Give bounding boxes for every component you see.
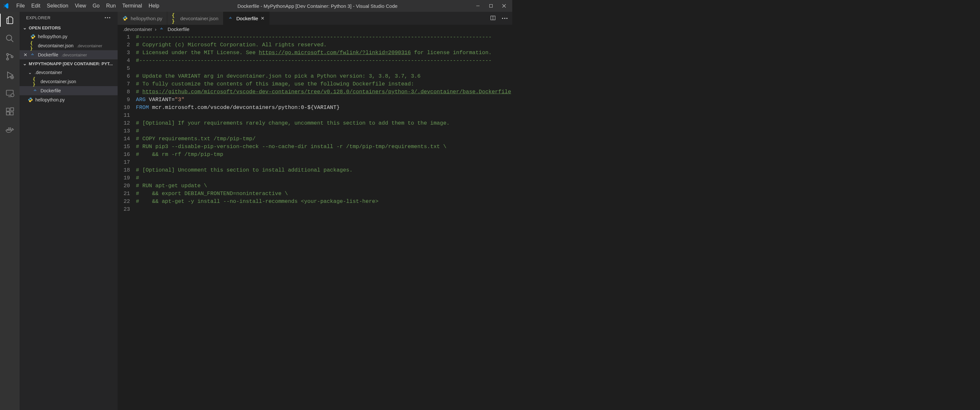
extensions-icon[interactable] [5, 106, 15, 117]
code-line [136, 158, 512, 166]
svg-point-4 [6, 35, 12, 40]
code-line: # Licensed under the MIT License. See ht… [136, 49, 512, 57]
breadcrumb-segment[interactable]: .devcontainer [123, 27, 152, 32]
line-number: 19 [118, 174, 130, 182]
line-number: 4 [118, 57, 130, 65]
folder-tree: ⌄.devcontainer{ }devcontainer.jsonDocker… [20, 68, 118, 104]
line-number: 20 [118, 182, 130, 190]
menu-go[interactable]: Go [89, 2, 103, 10]
line-number: 15 [118, 143, 130, 151]
close-icon[interactable]: ✕ [23, 52, 28, 57]
main-layout: EXPLORER ••• ⌄ OPEN EDITORS hellopython.… [0, 12, 512, 410]
breadcrumb-segment[interactable]: Dockerfile [167, 27, 189, 32]
activity-bar [0, 12, 20, 410]
svg-rect-41 [162, 29, 163, 29]
docker-file-icon [159, 27, 165, 32]
menu-selection[interactable]: Selection [43, 2, 72, 10]
open-editor-item[interactable]: { }devcontainer.json.devcontainer [20, 41, 118, 50]
tab-hellopython-py[interactable]: hellopython.py [118, 12, 167, 25]
svg-rect-23 [8, 128, 10, 129]
code-line [136, 112, 512, 119]
open-editors-header[interactable]: ⌄ OPEN EDITORS [20, 24, 118, 32]
menu-run[interactable]: Run [103, 2, 119, 10]
tab-devcontainer-json[interactable]: { }devcontainer.json [167, 12, 223, 25]
file-hint: .devcontainer [61, 52, 87, 57]
tree-item[interactable]: Dockerfile [20, 86, 118, 95]
folder-header[interactable]: ⌄ MYPYTHONAPP [DEV CONTAINER: PYT... [20, 59, 118, 68]
svg-rect-34 [230, 18, 231, 19]
menu-help[interactable]: Help [145, 2, 163, 10]
source-control-icon[interactable] [5, 52, 15, 62]
code-line: #---------------------------------------… [136, 33, 512, 41]
svg-rect-42 [161, 28, 162, 28]
json-file-icon: { } [33, 76, 38, 87]
line-number: 17 [118, 158, 130, 166]
chevron-down-icon: ⌄ [22, 25, 27, 30]
vscode-logo-icon [3, 3, 9, 9]
breadcrumb[interactable]: .devcontainer › Dockerfile [118, 25, 512, 33]
svg-rect-30 [35, 90, 35, 91]
tab-bar: hellopython.py { }devcontainer.json Dock… [118, 12, 512, 25]
close-icon[interactable]: ✕ [261, 16, 265, 21]
open-editor-item[interactable]: hellopython.py [20, 32, 118, 41]
code-line: # https://github.com/microsoft/vscode-de… [136, 88, 512, 96]
python-file-icon [122, 16, 128, 21]
code-line [136, 65, 512, 73]
menu-view[interactable]: View [72, 2, 89, 10]
code-line: #---------------------------------------… [136, 57, 512, 65]
line-number: 21 [118, 190, 130, 198]
sidebar-title: EXPLORER ••• [20, 12, 118, 24]
svg-rect-29 [34, 90, 35, 91]
code-content[interactable]: #---------------------------------------… [136, 33, 512, 410]
run-debug-icon[interactable] [5, 70, 15, 80]
line-number: 10 [118, 104, 130, 112]
chevron-down-icon: ⌄ [27, 70, 33, 75]
editor-body[interactable]: 1234567891011121314151617181920212223 #-… [118, 33, 512, 410]
open-editor-item[interactable]: ✕Dockerfile.devcontainer [20, 50, 118, 59]
tree-item[interactable]: ⌄.devcontainer [20, 68, 118, 77]
svg-rect-39 [161, 29, 161, 29]
search-icon[interactable] [5, 33, 15, 44]
line-number: 6 [118, 73, 130, 80]
code-line: # RUN pip3 --disable-pip-version-check -… [136, 143, 512, 151]
editor-actions: ••• [486, 12, 512, 25]
code-line: # RUN apt-get update \ [136, 182, 512, 190]
code-line: ARG VARIANT="3" [136, 96, 512, 104]
minimize-button[interactable] [474, 2, 482, 9]
menu-terminal[interactable]: Terminal [119, 2, 145, 10]
line-number: 2 [118, 41, 130, 49]
more-actions-icon[interactable]: ••• [502, 16, 508, 21]
code-line: # && rm -rf /tmp/pip-tmp [136, 151, 512, 158]
svg-rect-16 [6, 108, 10, 111]
file-name: devcontainer.json [40, 79, 76, 84]
more-icon[interactable]: ••• [105, 15, 111, 20]
menu-file[interactable]: File [13, 2, 28, 10]
svg-point-15 [11, 93, 14, 97]
line-number: 7 [118, 80, 130, 88]
code-line: # [Optional] Uncomment this section to i… [136, 166, 512, 174]
line-number: 12 [118, 119, 130, 127]
docker-file-icon [30, 52, 36, 57]
explorer-icon[interactable] [5, 15, 15, 25]
svg-rect-27 [33, 54, 33, 55]
svg-rect-31 [36, 90, 36, 91]
tree-item[interactable]: hellopython.py [20, 95, 118, 104]
docker-icon[interactable] [5, 125, 15, 135]
split-editor-icon[interactable] [490, 15, 496, 22]
code-line: # To fully customize the contents of thi… [136, 80, 512, 88]
file-name: hellopython.py [35, 97, 65, 103]
svg-rect-35 [231, 18, 232, 19]
tree-item[interactable]: { }devcontainer.json [20, 77, 118, 86]
line-number: 8 [118, 88, 130, 96]
code-line [136, 206, 512, 213]
docker-file-icon [33, 88, 38, 93]
line-number: 1 [118, 33, 130, 41]
maximize-button[interactable] [487, 2, 495, 9]
menu-edit[interactable]: Edit [28, 2, 44, 10]
code-line: # [136, 127, 512, 135]
tab-Dockerfile[interactable]: Dockerfile✕ [223, 12, 270, 25]
close-button[interactable] [500, 2, 508, 9]
remote-explorer-icon[interactable] [5, 88, 15, 98]
file-name: devcontainer.json [38, 43, 73, 48]
file-hint: .devcontainer [77, 43, 102, 48]
